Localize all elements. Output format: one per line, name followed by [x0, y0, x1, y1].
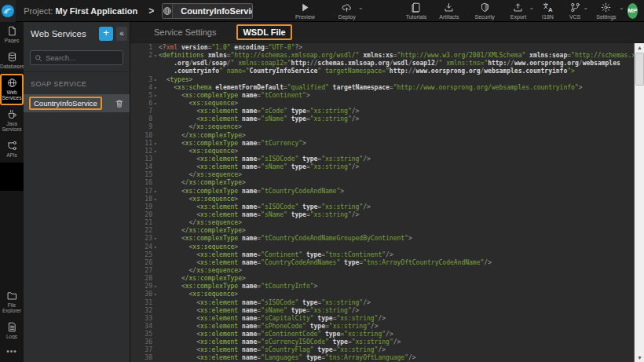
- tutorials-button[interactable]: Tutorials: [400, 0, 434, 22]
- export-button[interactable]: ⌄Export: [504, 0, 532, 22]
- sidebar-more-button[interactable]: •••: [0, 344, 24, 356]
- line-number: 12: [130, 148, 154, 155]
- vcs-button[interactable]: ⌄VCS: [563, 0, 587, 22]
- sidebar-item-logs[interactable]: Logs: [0, 318, 24, 344]
- sidebar-item-web-services[interactable]: Web Services: [0, 74, 24, 105]
- line-number: 32: [130, 307, 154, 315]
- collapse-panel-button[interactable]: «: [116, 27, 127, 41]
- line-number: 13: [130, 155, 154, 163]
- open-service-tab[interactable]: CountryInfoService ▦: [162, 3, 253, 19]
- scrollbar-down-arrow-icon[interactable]: ▼: [635, 353, 644, 362]
- tab-service-settings[interactable]: Service Settings: [154, 27, 216, 37]
- code-text: <xs:element name="sContinentCode" type="…: [159, 331, 634, 338]
- line-number: 37: [130, 346, 154, 354]
- scrollbar-thumb[interactable]: [635, 53, 644, 86]
- artifacts-button[interactable]: Artifacts: [433, 0, 465, 22]
- code-text: <definitions xmlns="http://schemas.xmlso…: [159, 52, 634, 60]
- export-label: Export: [510, 14, 526, 20]
- code-text: <xs:sequence>: [159, 291, 634, 298]
- code-row: 30▾ <xs:sequence>: [130, 291, 634, 298]
- scrollbar-up-arrow-icon[interactable]: ▲: [635, 43, 644, 52]
- artifacts-label: Artifacts: [439, 14, 459, 20]
- service-list-item[interactable]: CountryInfoService: [24, 94, 130, 112]
- line-number: 1: [130, 44, 154, 52]
- code-text: </xs:complexType>: [159, 179, 634, 187]
- sidebar-top-group: PagesDatabasesWeb ServicesJava ServicesA…: [0, 22, 24, 163]
- code-row: 28 </xs:complexType>: [130, 275, 634, 283]
- logs-icon: [7, 322, 17, 332]
- delete-service-icon[interactable]: [115, 99, 124, 108]
- web-services-panel: Web Services + « SOAP SERVICE CountryInf…: [24, 22, 130, 362]
- code-row: 22 </xs:complexType>: [130, 227, 634, 235]
- security-button[interactable]: Security: [469, 0, 501, 22]
- line-number: 27: [130, 267, 154, 275]
- tutorials-icon: [411, 2, 421, 13]
- code-row: 4▾ <xs:schema elementFormDefault="qualif…: [130, 84, 634, 92]
- app-window: Project: My First Application > CountryI…: [0, 0, 644, 362]
- left-nav-sidebar: PagesDatabasesWeb ServicesJava ServicesA…: [0, 22, 24, 362]
- line-number: 16: [130, 179, 154, 187]
- chevron-right-icon: >: [148, 5, 154, 16]
- export-icon: [513, 2, 523, 13]
- sidebar-bottom-group: File ExplorerLogs •••: [0, 287, 24, 356]
- preview-button[interactable]: Preview: [289, 0, 321, 22]
- deploy-button[interactable]: ⌄Deploy: [332, 0, 362, 22]
- code-row: 1<?xml version="1.0" encoding="UTF-8"?>: [130, 44, 634, 52]
- tab-wsdl-file[interactable]: WSDL File: [236, 24, 291, 40]
- line-number: 2: [130, 52, 154, 60]
- line-number: 29: [130, 283, 154, 291]
- code-row: 13 <xs:element name="sISOCode" type="xs:…: [130, 155, 634, 163]
- user-avatar[interactable]: MP: [628, 3, 638, 19]
- wsdl-code-editor[interactable]: 1<?xml version="1.0" encoding="UTF-8"?>2…: [130, 43, 644, 362]
- service-list: CountryInfoService: [24, 94, 130, 112]
- code-text: <xs:element name="Continent" type="tns:t…: [159, 251, 634, 259]
- code-text: <xs:complexType name="tCountryInfo">: [159, 283, 634, 291]
- line-number: 5: [130, 92, 154, 100]
- code-row: 19 <xs:element name="sISOCode" type="xs:…: [130, 203, 634, 211]
- line-number: 30: [130, 291, 154, 298]
- line-number: 23: [130, 235, 154, 243]
- sidebar-item-label: Logs: [0, 334, 24, 339]
- deploy-label: Deploy: [338, 14, 356, 20]
- sidebar-item-pages[interactable]: Pages: [0, 22, 24, 48]
- chevron-down-icon: ⌄: [584, 4, 589, 11]
- code-text: </xs:complexType>: [159, 227, 634, 235]
- java-services-icon: [7, 109, 17, 119]
- code-text: <xs:schema elementFormDefault="qualified…: [159, 84, 634, 92]
- globe-icon: [163, 4, 173, 18]
- code-row: 15 </xs:sequence>: [130, 171, 634, 179]
- i18n-button[interactable]: AI18N: [536, 0, 560, 22]
- code-text: <?xml version="1.0" encoding="UTF-8"?>: [159, 44, 634, 52]
- app-logo[interactable]: [0, 0, 16, 22]
- search-input[interactable]: [46, 53, 119, 62]
- line-number: [130, 60, 154, 68]
- file-explorer-icon: [7, 291, 17, 301]
- top-bar: Project: My First Application > CountryI…: [0, 0, 644, 22]
- sidebar-item-databases[interactable]: Databases: [0, 48, 24, 74]
- editor-scrollbar[interactable]: ▲ ▼: [634, 43, 644, 362]
- sidebar-item-java-services[interactable]: Java Services: [0, 105, 24, 137]
- line-number: 17: [130, 188, 154, 196]
- settings-label: Settings: [596, 14, 616, 20]
- code-text: <types>: [159, 76, 634, 84]
- sidebar-item-file-explorer[interactable]: File Explorer: [0, 287, 24, 318]
- add-service-button[interactable]: +: [99, 27, 113, 41]
- settings-button[interactable]: ⌄Settings: [590, 0, 622, 22]
- sidebar-item-label: APIs: [0, 152, 24, 158]
- code-text: <xs:element name="CountryCodeAndNames" t…: [159, 259, 634, 267]
- code-text: <xs:complexType name="tCurrency">: [159, 140, 634, 148]
- code-text: <xs:element name="sISOCode" type="xs:str…: [159, 155, 634, 163]
- security-label: Security: [475, 14, 495, 20]
- line-number: 19: [130, 203, 154, 211]
- sidebar-item-label: File Explorer: [0, 302, 24, 313]
- vcs-label: VCS: [569, 14, 580, 20]
- code-text: <xs:element name="sISOCode" type="xs:str…: [159, 203, 634, 211]
- line-number: 31: [130, 299, 154, 307]
- line-number: 35: [130, 331, 154, 338]
- code-row: 38 <xs:element name="Languages" type="tn…: [130, 354, 634, 362]
- project-breadcrumb: Project: My First Application: [24, 6, 137, 16]
- i18n-label: I18N: [542, 14, 554, 20]
- sidebar-item-apis[interactable]: APIs: [0, 137, 24, 163]
- pages-icon: [7, 26, 17, 36]
- line-number: 22: [130, 227, 154, 235]
